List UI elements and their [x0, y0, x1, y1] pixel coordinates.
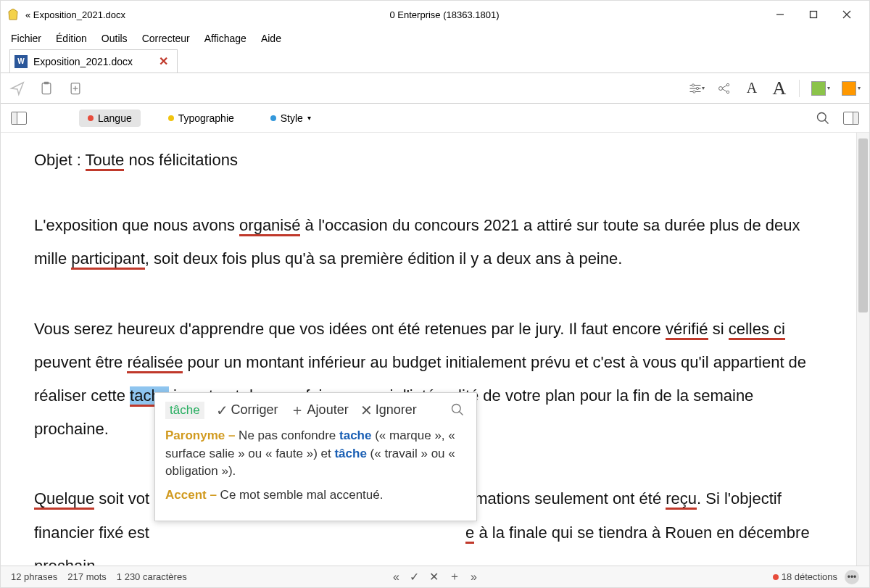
word-doc-icon: W: [14, 55, 28, 68]
menu-fichier[interactable]: Fichier: [11, 33, 41, 44]
nav-add-icon[interactable]: ＋: [449, 569, 460, 584]
menu-affichage[interactable]: Affichage: [204, 33, 246, 44]
svg-point-14: [726, 83, 729, 86]
title-bar: « Exposition_2021.docx 0 Enterprise (183…: [1, 1, 869, 28]
filter-style[interactable]: Style ▾: [262, 109, 320, 127]
tab-strip: W Exposition_2021.docx ✕: [1, 49, 869, 73]
paragraph: L'exposition que nous avons organisé à l…: [34, 209, 823, 276]
menu-bar: Fichier Édition Outils Correcteur Affich…: [1, 28, 869, 49]
error-word[interactable]: participant: [71, 249, 145, 270]
menu-outils[interactable]: Outils: [102, 33, 128, 44]
svg-rect-4: [42, 83, 51, 94]
font-large-icon[interactable]: A: [771, 80, 787, 96]
svg-line-19: [825, 120, 829, 123]
paragraph: Objet : Toute nos félicitations: [34, 147, 823, 173]
document-title: « Exposition_2021.docx: [25, 9, 125, 20]
correction-popup: tâche ✓Corriger ＋Ajouter ✕Ignorer Parony…: [154, 392, 477, 521]
svg-point-12: [693, 90, 695, 92]
nav-reject-icon[interactable]: ✕: [429, 570, 439, 584]
toolbar: ▾ A A ▾ ▾: [1, 73, 869, 104]
filter-row: Langue Typographie Style ▾: [1, 104, 869, 133]
error-word[interactable]: Quelque: [34, 489, 94, 510]
svg-point-8: [692, 83, 694, 86]
status-words: 217 mots: [67, 571, 106, 582]
svg-line-16: [723, 85, 727, 87]
close-button[interactable]: [830, 1, 863, 28]
menu-aide[interactable]: Aide: [261, 33, 281, 44]
error-word-partial[interactable]: e: [465, 523, 474, 544]
svg-line-21: [460, 411, 463, 415]
nav-accept-icon[interactable]: ✓: [410, 570, 419, 584]
status-more-icon[interactable]: •••: [845, 570, 859, 584]
font-small-icon[interactable]: A: [744, 80, 760, 96]
corriger-button[interactable]: ✓Corriger: [216, 402, 278, 419]
error-word[interactable]: reçu: [666, 489, 697, 510]
suggestion-word[interactable]: tâche: [165, 402, 204, 419]
error-word[interactable]: réalisée: [127, 353, 183, 373]
svg-point-18: [818, 112, 826, 121]
sliders-icon[interactable]: ▾: [689, 80, 705, 96]
paste-icon[interactable]: [38, 80, 54, 96]
error-word[interactable]: celles ci: [729, 320, 785, 340]
clipboard-add-icon[interactable]: [67, 80, 83, 96]
ajouter-button[interactable]: ＋Ajouter: [290, 400, 349, 420]
document-tab[interactable]: W Exposition_2021.docx ✕: [9, 49, 178, 73]
svg-point-20: [452, 404, 461, 413]
error-word[interactable]: organisé: [239, 216, 300, 236]
maximize-button[interactable]: [797, 1, 830, 28]
error-word[interactable]: vérifié: [666, 320, 708, 340]
filter-langue[interactable]: Langue: [79, 109, 141, 127]
svg-line-17: [723, 88, 727, 91]
menu-correcteur[interactable]: Correcteur: [142, 33, 190, 44]
window-controls: [763, 1, 863, 28]
highlight-color-swatch[interactable]: ▾: [811, 81, 830, 96]
popup-explanation: Paronyme – Ne pas confondre tache (« mar…: [165, 427, 466, 505]
app-icon: [7, 8, 20, 21]
search-icon[interactable]: [816, 111, 830, 125]
tab-label: Exposition_2021.docx: [33, 56, 133, 67]
popup-search-icon[interactable]: [450, 402, 466, 418]
nav-first-icon[interactable]: «: [393, 571, 399, 584]
vertical-scrollbar[interactable]: [856, 133, 869, 566]
status-chars: 1 230 caractères: [117, 571, 187, 582]
prism-icon[interactable]: [716, 80, 732, 96]
svg-point-10: [696, 87, 698, 89]
status-nav: « ✓ ✕ ＋ »: [393, 569, 477, 584]
scrollbar-thumb[interactable]: [858, 138, 868, 312]
ignorer-button[interactable]: ✕Ignorer: [360, 402, 417, 419]
svg-point-15: [726, 91, 729, 93]
svg-point-13: [719, 86, 723, 90]
filter-typographie[interactable]: Typographie: [160, 109, 243, 127]
error-word[interactable]: Toute: [86, 151, 125, 171]
nav-last-icon[interactable]: »: [471, 571, 477, 584]
text-color-swatch[interactable]: ▾: [842, 81, 861, 96]
status-bar: 12 phrases 217 mots 1 230 caractères « ✓…: [1, 566, 869, 587]
status-detections[interactable]: 18 détections: [773, 571, 837, 582]
menu-edition[interactable]: Édition: [56, 33, 87, 44]
tab-close-icon[interactable]: ✕: [159, 54, 168, 68]
send-icon[interactable]: [9, 80, 25, 96]
svg-rect-1: [811, 12, 817, 18]
status-phrases: 12 phrases: [11, 571, 57, 582]
minimize-button[interactable]: [763, 1, 797, 28]
svg-rect-5: [44, 81, 49, 83]
panel-toggle-right-icon[interactable]: [843, 112, 859, 125]
window-subtitle: 0 Enterprise (18363.1801): [125, 9, 763, 20]
panel-toggle-icon[interactable]: [11, 112, 27, 125]
